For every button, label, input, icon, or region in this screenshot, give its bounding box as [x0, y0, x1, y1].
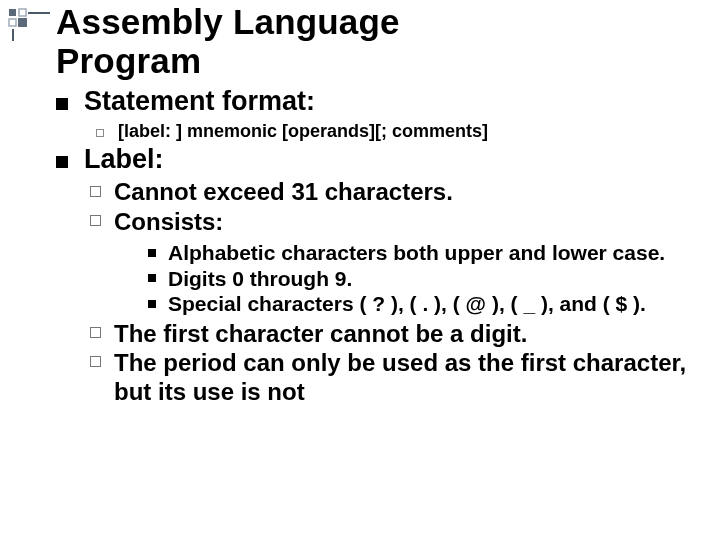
label-rule-period: The period can only be used as the first…: [90, 348, 690, 407]
consists-special: Special characters ( ? ), ( . ), ( @ ), …: [148, 291, 690, 317]
slide-title: Assembly Language Program: [0, 0, 720, 80]
statement-format-heading: Statement format:: [84, 86, 315, 116]
statement-format-syntax: [label: ] mnemonic [operands][; comments…: [96, 121, 690, 142]
label-consists: Consists: Alphabetic characters both upp…: [90, 207, 690, 317]
label-rule-cannot-exceed: Cannot exceed 31 characters.: [90, 177, 690, 206]
label-heading: Label:: [84, 144, 164, 174]
section-statement-format: Statement format: [label: ] mnemonic [op…: [56, 86, 690, 142]
consists-alphabetic: Alphabetic characters both upper and low…: [148, 240, 690, 266]
slide: Assembly Language Program Statement form…: [0, 0, 720, 540]
title-line-2: Program: [56, 41, 201, 80]
consists-digits: Digits 0 through 9.: [148, 266, 690, 292]
label-consists-heading: Consists:: [114, 208, 223, 235]
title-line-1: Assembly Language: [56, 2, 400, 41]
slide-body: Statement format: [label: ] mnemonic [op…: [0, 80, 720, 406]
section-label: Label: Cannot exceed 31 characters. Cons…: [56, 144, 690, 406]
label-rule-first-char: The first character cannot be a digit.: [90, 319, 690, 348]
